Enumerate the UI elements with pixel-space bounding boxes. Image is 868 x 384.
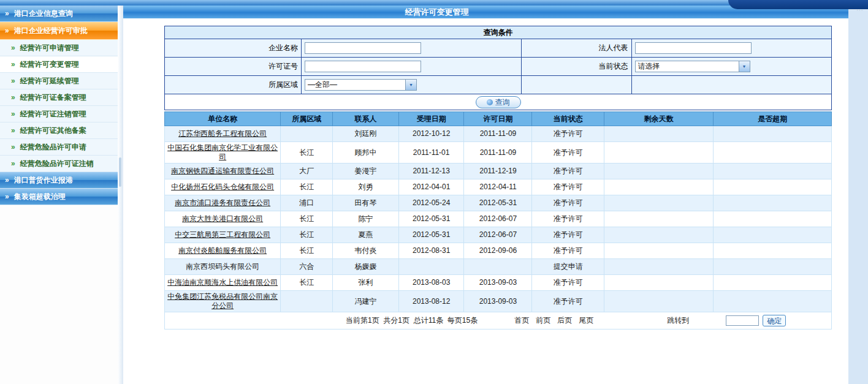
table-cell: 2012-04-11 (464, 179, 532, 195)
jump-confirm-button[interactable]: 确定 (763, 315, 786, 326)
table-cell: 长江 (281, 275, 333, 291)
table-cell (604, 291, 713, 312)
table-cell: 2011-11-09 (464, 126, 532, 142)
table-row: 南京付炎船舶服务有限公司长江韦付炎2012-08-312012-09-06准予许… (165, 243, 832, 259)
table-cell: 2012-05-24 (398, 195, 464, 211)
sidebar-item-3[interactable]: »经营许可变更管理 (0, 56, 118, 73)
sidebar-item-2[interactable]: »经营许可申请管理 (0, 40, 118, 56)
sidebar-item-1[interactable]: »港口企业经营许可审批 (0, 22, 118, 40)
sidebar-item-label: 港口企业经营许可审批 (14, 26, 88, 36)
table-cell (398, 259, 464, 275)
column-header: 联系人 (333, 112, 399, 126)
menu-arrow-icon: » (5, 193, 9, 200)
table-cell: 2012-08-31 (398, 243, 464, 259)
menu-arrow-icon: » (11, 160, 15, 167)
table-cell (604, 126, 713, 142)
table-cell (281, 126, 333, 142)
table-cell: 2012-04-01 (398, 179, 464, 195)
query-panel-title: 查询条件 (165, 26, 832, 39)
table-cell: 准予许可 (532, 126, 604, 142)
company-name-cell: 南京市浦口港务有限责任公司 (165, 195, 281, 211)
table-cell (604, 275, 713, 291)
table-cell: 刘廷刚 (333, 126, 399, 142)
legal-rep-input[interactable] (635, 42, 752, 54)
table-row: 南京钢铁四通运输有限责任公司大厂姜漫宇2011-12-132011-12-19准… (165, 164, 832, 179)
sidebar-item-label: 经营危险品许可证注销 (20, 159, 94, 169)
sidebar-item-5[interactable]: »经营许可证备案管理 (0, 89, 118, 106)
menu-arrow-icon: » (11, 61, 15, 68)
company-name-link[interactable]: 中免集团江苏免税品有限公司南京分公司 (167, 292, 278, 310)
sidebar-item-label: 经营许可申请管理 (20, 43, 79, 53)
table-cell: 田有琴 (333, 195, 399, 211)
table-row: 中化扬州石化码头仓储有限公司长江刘勇2012-04-012012-04-11准予… (165, 179, 832, 195)
table-cell: 张利 (333, 275, 399, 291)
pagination-last-link[interactable]: 尾页 (579, 315, 593, 326)
sidebar-item-11[interactable]: »集装箱超载治理 (0, 189, 118, 205)
table-cell (714, 179, 832, 195)
company-name-cell: 中免集团江苏免税品有限公司南京分公司 (165, 291, 281, 312)
company-name-link[interactable]: 中交三航局第三工程有限公司 (175, 230, 270, 239)
drag-dots-icon[interactable]: ⋯ (856, 6, 864, 14)
top-right-corner-decoration (728, 0, 868, 9)
pagination-first-link[interactable]: 首页 (514, 315, 529, 326)
table-row: 江苏华西船务工程有限公司刘廷刚2012-10-122011-11-09准予许可 (165, 126, 832, 142)
sidebar-item-0[interactable]: »港口企业信息查询 (0, 6, 118, 22)
empty-cell (631, 76, 831, 94)
company-name-cell: 中国石化集团南京化学工业有限公司 (165, 142, 281, 164)
license-no-input[interactable] (305, 61, 421, 72)
table-row: 中交三航局第三工程有限公司长江夏燕2012-05-312012-06-07准予许… (165, 227, 832, 243)
table-row: 南京大胜关港口有限公司长江陈宁2012-05-312012-06-07准予许可 (165, 211, 832, 227)
table-cell (714, 275, 832, 291)
sidebar-item-4[interactable]: »经营许可延续管理 (0, 73, 118, 89)
company-name-link[interactable]: 南京钢铁四通运输有限责任公司 (171, 167, 274, 175)
pagination-summary: 当前第1页 共分1页 总计11条 每页15条 (346, 315, 478, 326)
table-cell: 2013-08-12 (398, 291, 464, 312)
sidebar-item-10[interactable]: »港口普货作业报港 (0, 172, 118, 189)
company-name-link[interactable]: 江苏华西船务工程有限公司 (178, 129, 267, 138)
table-cell (714, 164, 832, 179)
table-cell: 2011-11-01 (398, 142, 464, 164)
table-cell: 准予许可 (532, 164, 604, 179)
license-no-label: 许可证号 (165, 58, 302, 76)
pagination-prev-link[interactable]: 前页 (536, 315, 550, 326)
table-row: 南京西坝码头有限公司六合杨媛媛提交申请 (165, 259, 832, 275)
table-cell: 长江 (281, 227, 333, 243)
pagination-next-link[interactable]: 后页 (557, 315, 572, 326)
table-cell (714, 291, 832, 312)
table-cell (604, 243, 713, 259)
query-conditions-panel: 查询条件 企业名称 法人代表 许可证号 当前状态 请选择 ▼ (164, 26, 832, 110)
table-cell: 长江 (281, 179, 333, 195)
table-cell: 韦付炎 (333, 243, 399, 259)
region-select[interactable]: —全部— ▼ (305, 79, 417, 91)
table-header-row: 单位名称所属区域联系人受理日期许可日期当前状态剩余天数是否超期 (165, 112, 832, 126)
sidebar-menu: »港口企业信息查询»港口企业经营许可审批»经营许可申请管理»经营许可变更管理»经… (0, 6, 118, 384)
menu-arrow-icon: » (5, 176, 9, 184)
search-button[interactable]: 查询 (476, 96, 521, 108)
column-header: 单位名称 (165, 112, 281, 126)
table-cell (714, 259, 832, 275)
company-name-link[interactable]: 中国石化集团南京化学工业有限公司 (167, 143, 278, 161)
splitter-grip-handle[interactable] (119, 157, 121, 187)
table-cell: 准予许可 (532, 243, 604, 259)
sidebar-item-8[interactable]: »经营危险品许可申请 (0, 139, 118, 156)
table-cell: 准予许可 (532, 211, 604, 227)
menu-arrow-icon: » (5, 10, 9, 17)
page-jump-input[interactable] (726, 315, 759, 326)
sidebar-item-6[interactable]: »经营许可证注销管理 (0, 106, 118, 122)
company-name-link[interactable]: 南京市浦口港务有限责任公司 (175, 198, 270, 207)
company-name-link[interactable]: 中海油南京顺海水上供油有限公司 (167, 278, 278, 287)
company-name-link[interactable]: 南京大胜关港口有限公司 (182, 214, 263, 223)
sidebar-item-7[interactable]: »经营许可证其他备案 (0, 122, 118, 139)
status-select[interactable]: 请选择 ▼ (635, 61, 750, 72)
table-cell: 顾邦中 (333, 142, 399, 164)
company-name-cell: 江苏华西船务工程有限公司 (165, 126, 281, 142)
table-cell: 杨媛媛 (333, 259, 399, 275)
company-name-link[interactable]: 南京付炎船舶服务有限公司 (178, 246, 267, 255)
company-name-input[interactable] (305, 42, 421, 54)
column-header: 当前状态 (532, 112, 604, 126)
table-cell: 2011-12-13 (398, 164, 464, 179)
table-cell: 2013-09-03 (464, 275, 532, 291)
company-name-link[interactable]: 中化扬州石化码头仓储有限公司 (171, 183, 274, 191)
sidebar-item-9[interactable]: »经营危险品许可证注销 (0, 156, 118, 172)
table-cell (714, 195, 832, 211)
